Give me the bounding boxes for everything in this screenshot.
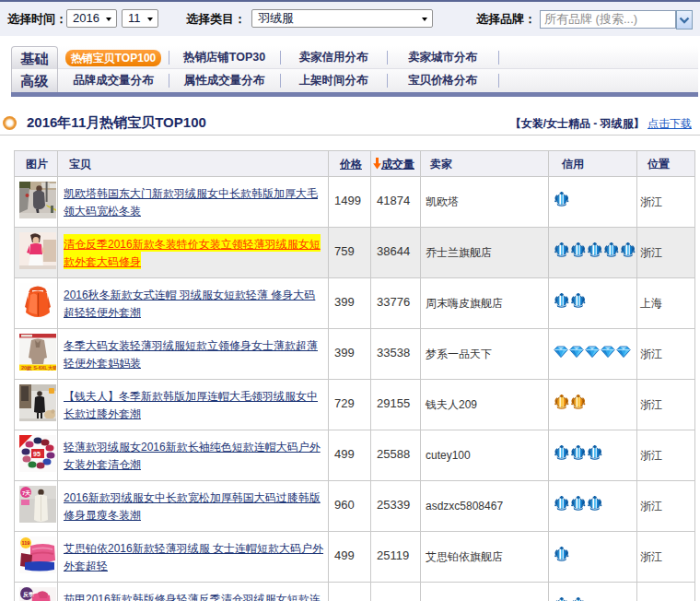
svg-text:20款 S-6XL大码: 20款 S-6XL大码	[21, 365, 56, 371]
svg-text:7天: 7天	[22, 489, 30, 496]
svg-text:119: 119	[22, 540, 30, 546]
svg-text:95: 95	[33, 451, 41, 457]
svg-text:反季: 反季	[22, 591, 34, 598]
